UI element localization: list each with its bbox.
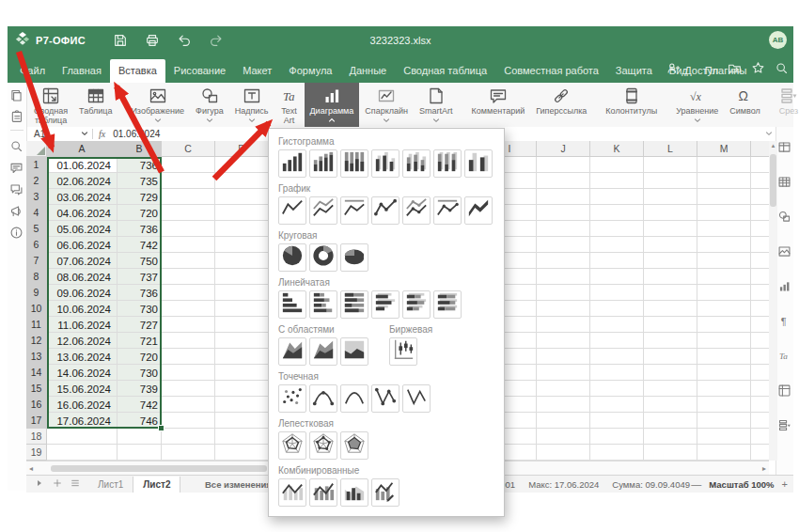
cell-b1[interactable]: 736 xyxy=(118,157,162,173)
cell-b17[interactable]: 746 xyxy=(118,413,162,429)
cell-a10[interactable]: 10.06.2024 xyxy=(47,301,118,317)
cell-a4[interactable]: 04.06.2024 xyxy=(47,205,118,221)
chart-type-bar-clustered[interactable] xyxy=(278,290,306,319)
search-icon[interactable] xyxy=(9,139,24,154)
row-header-14[interactable]: 14 xyxy=(26,365,47,381)
chart-settings-icon[interactable] xyxy=(777,279,792,294)
chart-type-bar-3d-clustered[interactable] xyxy=(371,290,400,319)
sheet-tab-лист1[interactable]: Лист1 xyxy=(88,477,133,493)
horizontal-scroll-thumb[interactable] xyxy=(51,465,267,472)
access-button[interactable]: Доступ xyxy=(666,61,718,79)
chart-type-col-3d[interactable] xyxy=(464,149,493,178)
name-box[interactable]: A1 xyxy=(26,129,92,139)
cell-a1[interactable]: 01.06.2024 xyxy=(47,157,118,173)
column-header-l[interactable]: L xyxy=(644,141,697,157)
cell-b11[interactable]: 727 xyxy=(118,317,162,333)
toolbar-button-symbol[interactable]: ΩСимвол xyxy=(724,83,765,127)
chart-type-combo-custom[interactable] xyxy=(371,478,400,507)
row-header-18[interactable]: 18 xyxy=(26,429,47,445)
row-header-4[interactable]: 4 xyxy=(26,205,47,221)
search-icon[interactable] xyxy=(775,61,789,79)
copy-icon[interactable] xyxy=(9,88,24,103)
menu-tab-вставка[interactable]: Вставка xyxy=(110,59,165,83)
row-header-19[interactable]: 19 xyxy=(26,445,47,461)
menu-tab-совместная-работа[interactable]: Совместная работа xyxy=(495,59,607,83)
menu-tab-главная[interactable]: Главная xyxy=(54,59,110,83)
chart-type-bar-stacked[interactable] xyxy=(309,290,337,319)
cell-a11[interactable]: 11.06.2024 xyxy=(47,317,118,333)
textart-settings-icon[interactable]: Ta xyxy=(777,349,792,364)
chart-type-scatter-smooth-markers[interactable] xyxy=(309,384,337,413)
star-icon[interactable] xyxy=(751,61,765,79)
cell-a8[interactable]: 08.06.2024 xyxy=(47,269,118,285)
slicer-settings-icon[interactable] xyxy=(777,418,792,433)
column-header-c[interactable]: C xyxy=(162,141,215,157)
print-icon[interactable] xyxy=(144,32,161,49)
chart-type-radar-markers[interactable] xyxy=(309,431,337,460)
chart-type-line-100-markers[interactable] xyxy=(433,196,462,225)
chart-type-line[interactable] xyxy=(278,196,306,225)
about-icon[interactable] xyxy=(9,226,24,241)
column-header-n[interactable]: N xyxy=(751,141,769,157)
chart-type-bar-3d-100[interactable] xyxy=(433,290,462,319)
cell-b16[interactable]: 742 xyxy=(118,397,162,413)
chat-icon[interactable] xyxy=(9,182,24,197)
sheet-tab-лист2[interactable]: Лист2 xyxy=(133,477,180,493)
row-header-11[interactable]: 11 xyxy=(26,317,47,333)
toolbar-button-textart[interactable]: TaText Art xyxy=(274,83,305,127)
paragraph-settings-icon[interactable]: ¶ xyxy=(777,314,792,329)
cell-b9[interactable]: 736 xyxy=(118,285,162,301)
cell-b7[interactable]: 750 xyxy=(118,253,162,269)
chart-type-scatter[interactable] xyxy=(278,384,306,413)
menu-tab-файл[interactable]: Файл xyxy=(11,59,54,83)
chart-type-stock[interactable] xyxy=(389,337,417,366)
column-header-j[interactable]: J xyxy=(537,141,590,157)
row-header-13[interactable]: 13 xyxy=(26,349,47,365)
cell-a13[interactable]: 13.06.2024 xyxy=(47,349,118,365)
cell-a6[interactable]: 06.06.2024 xyxy=(47,237,118,253)
row-header-5[interactable]: 5 xyxy=(26,221,47,237)
sheet-nav-icon[interactable] xyxy=(34,477,45,491)
cell-b5[interactable]: 736 xyxy=(118,221,162,237)
zoom-out-button[interactable]: — xyxy=(691,478,701,490)
cell-b4[interactable]: 720 xyxy=(118,205,162,221)
toolbar-button-smartart[interactable]: SmartArt xyxy=(414,83,459,127)
chart-type-area-100[interactable] xyxy=(340,337,368,366)
toolbar-button-table[interactable]: Таблица xyxy=(73,83,118,127)
chart-type-radar-filled[interactable] xyxy=(340,431,368,460)
column-header-d[interactable]: D xyxy=(215,141,269,157)
chart-type-col-clustered[interactable] xyxy=(278,149,306,178)
chart-type-scatter-lines-markers[interactable] xyxy=(371,384,400,413)
toolbar-button-pivot-table[interactable]: Сводная таблица xyxy=(28,83,73,127)
save-icon[interactable] xyxy=(112,32,129,49)
menu-tab-защита[interactable]: Защита xyxy=(607,59,661,83)
paste-icon[interactable] xyxy=(9,109,24,124)
chart-type-combo-area-col[interactable] xyxy=(340,478,368,507)
column-header-m[interactable]: M xyxy=(697,141,751,157)
vertical-scroll-thumb[interactable] xyxy=(770,154,776,207)
sheet-list-icon[interactable] xyxy=(70,477,81,491)
chevron-down-icon[interactable] xyxy=(81,129,88,139)
chart-type-area-stacked[interactable] xyxy=(309,337,337,366)
row-header-16[interactable]: 16 xyxy=(26,397,47,413)
cell-b14[interactable]: 730 xyxy=(118,365,162,381)
cell-b13[interactable]: 720 xyxy=(118,349,162,365)
toolbar-button-textbox[interactable]: Надпись xyxy=(229,83,274,127)
zoom-level[interactable]: Масштаб 100% xyxy=(709,479,774,490)
chart-type-line-stacked-markers[interactable] xyxy=(402,196,431,225)
chart-type-pie[interactable] xyxy=(278,243,306,272)
cell-a12[interactable]: 12.06.2024 xyxy=(47,333,118,349)
toolbar-button-header-footer[interactable]: Колонтитулы xyxy=(600,83,663,127)
cell-settings-icon[interactable] xyxy=(777,140,792,155)
cell-b15[interactable]: 739 xyxy=(118,381,162,397)
zoom-in-button[interactable]: + xyxy=(782,478,788,490)
cell-b3[interactable]: 729 xyxy=(118,189,162,205)
cell-b10[interactable]: 730 xyxy=(118,301,162,317)
row-header-1[interactable]: 1 xyxy=(26,157,47,173)
chart-type-line-stacked[interactable] xyxy=(309,196,337,225)
chart-type-combo-col-line-secondary[interactable] xyxy=(309,478,337,507)
vertical-scrollbar[interactable]: ▴ xyxy=(769,141,777,461)
menu-tab-сводная-таблица[interactable]: Сводная таблица xyxy=(395,59,495,83)
cell-b2[interactable]: 735 xyxy=(118,173,162,189)
chart-type-doughnut[interactable] xyxy=(309,243,337,272)
